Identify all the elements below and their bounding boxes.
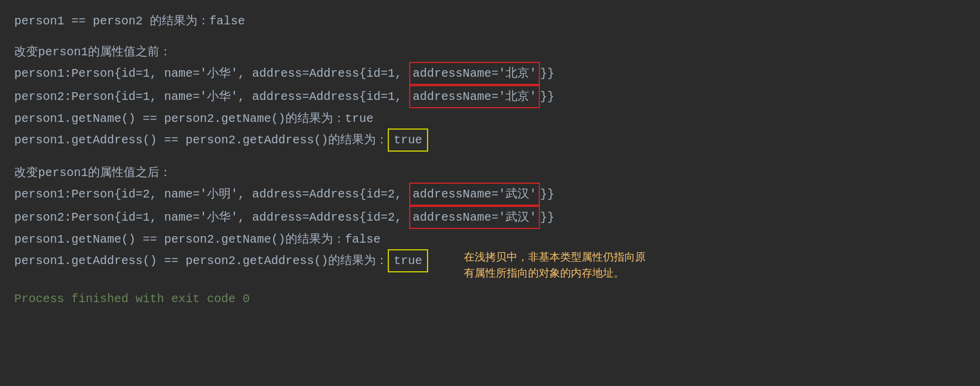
before-person1-line: person1:Person{id=1, name='小华', address=… xyxy=(14,62,966,85)
console-output: person1 == person2 的结果为：false 改变person1的… xyxy=(0,0,980,386)
section1-header: 改变person1的属性值之前： xyxy=(14,42,966,62)
after-p2-suffix: }} xyxy=(540,208,554,227)
before-p2-prefix: person2:Person{id=1, name='小华', address=… xyxy=(14,87,409,106)
empty-line-1 xyxy=(14,31,966,42)
after-person2-line: person2:Person{id=1, name='小华', address=… xyxy=(14,206,966,229)
after-p2-highlight: addressName='武汉' xyxy=(409,206,540,229)
annotation-text: 在浅拷贝中，非基本类型属性仍指向原有属性所指向的对象的内存地址。 xyxy=(464,249,654,281)
after-person1-line: person1:Person{id=2, name='小明', address=… xyxy=(14,183,966,206)
after-p1-prefix: person1:Person{id=2, name='小明', address=… xyxy=(14,184,409,204)
section2-header-text: 改变person1的属性值之后： xyxy=(14,163,171,183)
section2-header: 改变person1的属性值之后： xyxy=(14,162,966,183)
after-p2-prefix: person2:Person{id=1, name='小华', address=… xyxy=(14,208,409,227)
after-getaddress-highlight: true xyxy=(388,249,428,272)
before-getname-text: person1.getName() == person2.getName()的结… xyxy=(14,109,373,128)
before-p2-suffix: }} xyxy=(540,87,554,106)
process-text: Process finished with exit code 0 xyxy=(14,289,250,309)
after-p1-highlight: addressName='武汉' xyxy=(409,183,540,206)
before-getaddress-line: person1.getAddress() == person2.getAddre… xyxy=(14,128,966,152)
before-p1-highlight: addressName='北京' xyxy=(409,62,540,85)
before-getaddress-prefix: person1.getAddress() == person2.getAddre… xyxy=(14,130,388,150)
after-getaddress-prefix: person1.getAddress() == person2.getAddre… xyxy=(14,251,388,271)
after-getname-text: person1.getName() == person2.getName()的结… xyxy=(14,230,381,249)
after-getaddress-annotation-row: person1.getAddress() == person2.getAddre… xyxy=(14,249,966,281)
before-p2-highlight: addressName='北京' xyxy=(409,85,540,108)
before-p1-prefix: person1:Person{id=1, name='小华', address=… xyxy=(14,64,409,83)
section1-header-text: 改变person1的属性值之前： xyxy=(14,42,171,62)
result-text: person1 == person2 的结果为：false xyxy=(14,11,245,31)
after-getaddress-line: person1.getAddress() == person2.getAddre… xyxy=(14,249,428,272)
after-p1-suffix: }} xyxy=(540,184,554,204)
before-getaddress-highlight: true xyxy=(388,128,428,152)
before-person2-line: person2:Person{id=1, name='小华', address=… xyxy=(14,85,966,108)
after-getname-line: person1.getName() == person2.getName()的结… xyxy=(14,229,966,249)
result-line: person1 == person2 的结果为：false xyxy=(14,11,966,31)
empty-line-2 xyxy=(14,152,966,162)
before-p1-suffix: }} xyxy=(540,64,554,83)
process-line: Process finished with exit code 0 xyxy=(14,288,966,309)
before-getname-line: person1.getName() == person2.getName()的结… xyxy=(14,108,966,128)
